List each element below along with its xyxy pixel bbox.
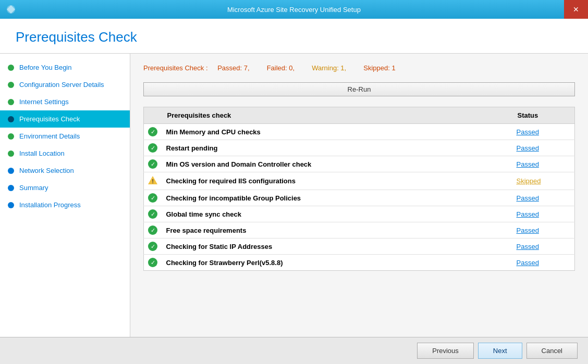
sidebar-item-before-you-begin[interactable]: Before You Begin xyxy=(0,59,130,76)
check-icon: ✓ xyxy=(148,127,157,136)
sidebar-dot-install xyxy=(8,150,14,157)
row-status[interactable]: Passed xyxy=(512,156,575,172)
summary-warning: Warning: 1, xyxy=(312,64,346,72)
row-status[interactable]: Passed xyxy=(512,124,575,140)
sidebar-label-network: Network Selection xyxy=(19,167,74,174)
sidebar-item-install-location[interactable]: Install Location xyxy=(0,145,130,162)
window-title: Microsoft Azure Site Recovery Unified Se… xyxy=(227,6,361,14)
sidebar-dot-config xyxy=(8,82,14,88)
previous-button[interactable]: Previous xyxy=(417,343,474,359)
table-row: ! Checking for required IIS configuratio… xyxy=(144,172,575,190)
sidebar-item-environment-details[interactable]: Environment Details xyxy=(0,128,130,145)
row-status[interactable]: Passed xyxy=(512,222,575,239)
sidebar: Before You Begin Configuration Server De… xyxy=(0,54,130,337)
sidebar-label-internet: Internet Settings xyxy=(19,98,69,106)
row-check-label: Checking for incompatible Group Policies xyxy=(162,190,512,206)
check-icon: ✓ xyxy=(148,143,157,153)
sidebar-item-network-selection[interactable]: Network Selection xyxy=(0,162,130,179)
summary-passed: Passed: 7, xyxy=(217,64,249,72)
row-status[interactable]: Passed xyxy=(512,255,575,271)
sidebar-dot-progress xyxy=(8,202,14,208)
row-check-label: Restart pending xyxy=(162,140,512,156)
sidebar-dot-internet xyxy=(8,99,14,105)
row-icon-cell: ✓ xyxy=(144,190,162,206)
row-check-label: Checking for Static IP Addresses xyxy=(162,239,512,255)
check-icon: ✓ xyxy=(148,258,157,267)
sidebar-label-install: Install Location xyxy=(19,149,65,157)
summary-skipped: Skipped: 1 xyxy=(363,64,395,72)
sidebar-label-config: Configuration Server Details xyxy=(19,81,104,89)
row-status[interactable]: Passed xyxy=(512,190,575,206)
row-icon-cell: ! xyxy=(144,172,162,190)
table-row: ✓Free space requirementsPassed xyxy=(144,222,575,239)
table-row: ✓Restart pendingPassed xyxy=(144,140,575,156)
next-button[interactable]: Next xyxy=(478,343,522,359)
sidebar-dot-before-you-begin xyxy=(8,65,14,71)
row-status[interactable]: Passed xyxy=(512,140,575,156)
sidebar-item-prerequisites-check[interactable]: Prerequisites Check xyxy=(0,110,130,128)
sidebar-item-installation-progress[interactable]: Installation Progress xyxy=(0,196,130,214)
row-icon-cell: ✓ xyxy=(144,124,162,140)
sidebar-item-summary[interactable]: Summary xyxy=(0,179,130,196)
row-check-label: Free space requirements xyxy=(162,222,512,239)
sidebar-label-env: Environment Details xyxy=(19,132,80,140)
prereq-summary: Prerequisites Check : Passed: 7, Failed:… xyxy=(143,64,575,72)
sidebar-label-summary: Summary xyxy=(19,184,48,192)
row-icon-cell: ✓ xyxy=(144,255,162,271)
check-icon: ✓ xyxy=(148,159,157,169)
summary-label: Prerequisites Check : xyxy=(143,64,210,72)
sidebar-label-prereq: Prerequisites Check xyxy=(19,115,80,123)
main-content: Prerequisites Check : Passed: 7, Failed:… xyxy=(130,54,588,337)
sidebar-dot-summary xyxy=(8,185,14,191)
sidebar-dot-prereq xyxy=(8,116,14,122)
row-status[interactable]: Passed xyxy=(512,206,575,222)
table-row: ✓Checking for Static IP AddressesPassed xyxy=(144,239,575,255)
page-header: Prerequisites Check xyxy=(0,19,588,54)
sidebar-dot-env xyxy=(8,133,14,140)
table-row: ✓Min OS version and Domain Controller ch… xyxy=(144,156,575,172)
page-title: Prerequisites Check xyxy=(16,29,572,45)
row-status[interactable]: Skipped xyxy=(512,172,575,190)
row-icon-cell: ✓ xyxy=(144,206,162,222)
title-bar: Microsoft Azure Site Recovery Unified Se… xyxy=(0,0,588,19)
footer-bar: Previous Next Cancel xyxy=(0,337,588,364)
check-icon: ✓ xyxy=(148,242,157,251)
col-header-status: Status xyxy=(512,107,575,124)
sidebar-label-before-you-begin: Before You Begin xyxy=(19,64,71,71)
row-icon-cell: ✓ xyxy=(144,156,162,172)
table-row: ✓Checking for Strawberry Perl(v5.8.8)Pas… xyxy=(144,255,575,271)
warning-icon: ! xyxy=(148,175,157,185)
col-header-icon xyxy=(144,107,162,124)
row-check-label: Min OS version and Domain Controller che… xyxy=(162,156,512,172)
row-icon-cell: ✓ xyxy=(144,239,162,255)
content-area: Before You Begin Configuration Server De… xyxy=(0,54,588,337)
row-icon-cell: ✓ xyxy=(144,222,162,239)
rerun-button[interactable]: Re-Run xyxy=(143,82,575,96)
table-row: ✓Min Memory and CPU checksPassed xyxy=(144,124,575,140)
row-status[interactable]: Passed xyxy=(512,239,575,255)
col-header-check: Prerequisites check xyxy=(162,107,512,124)
sidebar-dot-network xyxy=(8,168,14,174)
row-icon-cell: ✓ xyxy=(144,140,162,156)
close-button[interactable]: ✕ xyxy=(564,0,588,19)
main-window: Prerequisites Check Before You Begin Con… xyxy=(0,19,588,364)
check-icon: ✓ xyxy=(148,225,157,235)
table-row: ✓Checking for incompatible Group Policie… xyxy=(144,190,575,206)
row-check-label: Global time sync check xyxy=(162,206,512,222)
cancel-button[interactable]: Cancel xyxy=(526,343,578,359)
row-check-label: Min Memory and CPU checks xyxy=(162,124,512,140)
table-row: ✓Global time sync checkPassed xyxy=(144,206,575,222)
summary-failed: Failed: 0, xyxy=(267,64,295,72)
row-check-label: Checking for Strawberry Perl(v5.8.8) xyxy=(162,255,512,271)
sidebar-label-progress: Installation Progress xyxy=(19,201,81,209)
sidebar-item-internet-settings[interactable]: Internet Settings xyxy=(0,93,130,110)
app-icon xyxy=(5,4,17,15)
prerequisites-table: Prerequisites check Status ✓Min Memory a… xyxy=(143,107,575,271)
check-icon: ✓ xyxy=(148,209,157,219)
check-icon: ✓ xyxy=(148,193,157,203)
row-check-label: Checking for required IIS configurations xyxy=(162,172,512,190)
sidebar-item-configuration-server-details[interactable]: Configuration Server Details xyxy=(0,76,130,93)
